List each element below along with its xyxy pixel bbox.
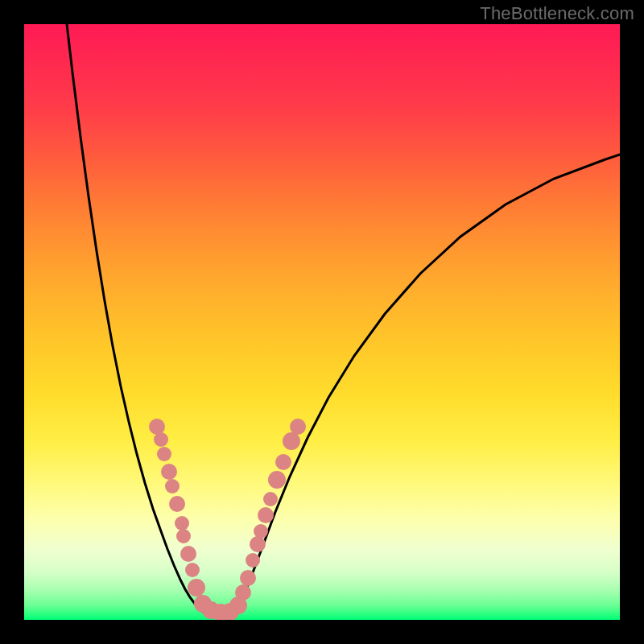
watermark-text: TheBottleneck.com bbox=[480, 3, 634, 24]
data-marker bbox=[176, 529, 191, 543]
data-marker bbox=[169, 496, 185, 512]
marker-group bbox=[149, 419, 306, 620]
data-marker bbox=[180, 546, 196, 562]
data-marker bbox=[290, 419, 306, 435]
data-marker bbox=[250, 536, 266, 552]
bottleneck-curve bbox=[67, 24, 620, 614]
chart-svg bbox=[24, 24, 620, 620]
data-marker bbox=[154, 432, 168, 447]
data-marker bbox=[157, 447, 171, 461]
data-marker bbox=[235, 584, 251, 601]
chart-plot-area bbox=[24, 24, 620, 620]
data-marker bbox=[254, 524, 268, 539]
data-marker bbox=[240, 570, 256, 586]
data-marker bbox=[275, 454, 291, 470]
data-marker bbox=[268, 471, 286, 489]
data-marker bbox=[149, 419, 165, 435]
data-marker bbox=[246, 553, 260, 568]
data-marker bbox=[185, 563, 200, 577]
data-marker bbox=[188, 579, 205, 597]
data-marker bbox=[175, 516, 189, 530]
data-marker bbox=[258, 507, 274, 523]
data-marker bbox=[263, 492, 278, 506]
data-marker bbox=[165, 479, 180, 493]
data-marker bbox=[161, 464, 177, 480]
data-marker bbox=[283, 432, 300, 450]
